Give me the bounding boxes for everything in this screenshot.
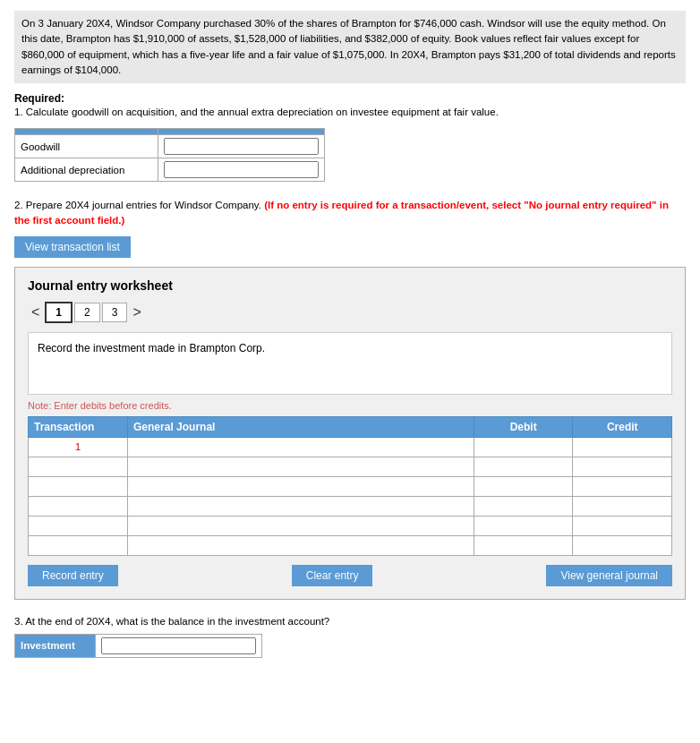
credit-cell[interactable]	[573, 516, 672, 535]
debit-cell[interactable]	[474, 457, 573, 476]
debit-input[interactable]	[478, 500, 569, 511]
transaction-description: Record the investment made in Brampton C…	[28, 332, 672, 395]
goodwill-input-cell[interactable]	[158, 135, 325, 158]
note-text: Note: Enter debits before credits.	[28, 400, 672, 411]
investment-table: Investment	[14, 634, 262, 658]
required-text-1: 1. Calculate goodwill on acquisition, an…	[14, 107, 686, 117]
prev-tab-button[interactable]: <	[28, 304, 43, 320]
debit-col-header: Debit	[474, 416, 573, 437]
general-journal-cell[interactable]	[128, 535, 474, 555]
credit-cell[interactable]	[573, 457, 672, 476]
record-entry-button[interactable]: Record entry	[28, 565, 118, 586]
journal-table: Transaction General Journal Debit Credit…	[28, 416, 672, 556]
transaction-number-cell	[29, 476, 128, 496]
investment-value-cell[interactable]	[96, 634, 262, 657]
view-general-journal-button[interactable]: View general journal	[546, 565, 672, 586]
credit-input[interactable]	[576, 461, 668, 472]
debit-input[interactable]	[478, 461, 569, 472]
debit-input[interactable]	[478, 481, 569, 491]
section2-text: 2. Prepare 20X4 journal entries for Wind…	[14, 198, 686, 229]
debit-input[interactable]	[478, 520, 569, 531]
general-journal-input[interactable]	[132, 520, 470, 531]
required-label: Required:	[14, 92, 686, 105]
credit-col-header: Credit	[573, 416, 672, 437]
general-journal-input[interactable]	[132, 441, 470, 452]
next-tab-button[interactable]: >	[129, 304, 144, 320]
general-journal-col-header: General Journal	[128, 416, 474, 437]
investment-row: Investment	[15, 634, 262, 657]
credit-cell[interactable]	[573, 535, 672, 555]
transaction-number-cell	[29, 535, 128, 555]
credit-input[interactable]	[576, 441, 668, 452]
tab-3-button[interactable]: 3	[102, 303, 128, 322]
transaction-number-cell	[29, 516, 128, 535]
general-journal-cell[interactable]	[128, 437, 474, 457]
table1-col2-header	[158, 129, 325, 135]
additional-depreciation-label: Additional depreciation	[15, 158, 158, 182]
transaction-number-cell: 1	[29, 437, 128, 457]
general-journal-cell[interactable]	[128, 496, 474, 516]
debit-cell[interactable]	[474, 476, 573, 496]
debit-input[interactable]	[478, 540, 569, 551]
additional-depreciation-input[interactable]	[164, 161, 319, 178]
journal-table-row: 1	[29, 437, 672, 457]
journal-button-row: Record entry Clear entry View general jo…	[28, 565, 672, 586]
credit-input[interactable]	[576, 540, 668, 551]
journal-table-row	[29, 496, 672, 516]
problem-intro: On 3 January 20X4, Windsor Company purch…	[14, 11, 686, 83]
goodwill-input[interactable]	[164, 138, 319, 155]
general-journal-input[interactable]	[132, 500, 470, 511]
clear-entry-button[interactable]: Clear entry	[292, 565, 373, 586]
credit-cell[interactable]	[573, 476, 672, 496]
journal-table-row	[29, 516, 672, 535]
investment-input[interactable]	[101, 637, 256, 654]
journal-entry-worksheet: Journal entry worksheet < 1 2 3 > Record…	[14, 267, 686, 600]
section3-text: 3. At the end of 20X4, what is the balan…	[14, 616, 686, 627]
journal-table-row	[29, 457, 672, 476]
worksheet-title: Journal entry worksheet	[28, 278, 672, 293]
journal-table-row	[29, 535, 672, 555]
general-journal-cell[interactable]	[128, 476, 474, 496]
tab-1-button[interactable]: 1	[45, 302, 73, 323]
view-transaction-list-button[interactable]: View transaction list	[14, 236, 131, 258]
goodwill-label: Goodwill	[15, 135, 158, 158]
credit-input[interactable]	[576, 520, 668, 531]
additional-depreciation-input-cell[interactable]	[158, 158, 325, 182]
debit-input[interactable]	[478, 441, 569, 452]
general-journal-input[interactable]	[132, 461, 470, 472]
investment-label: Investment	[15, 634, 96, 657]
debit-cell[interactable]	[474, 516, 573, 535]
general-journal-input[interactable]	[132, 540, 470, 551]
credit-cell[interactable]	[573, 437, 672, 457]
journal-table-row	[29, 476, 672, 496]
goodwill-table: Goodwill Additional depreciation	[14, 128, 325, 182]
general-journal-input[interactable]	[132, 481, 470, 491]
transaction-number-cell	[29, 457, 128, 476]
journal-table-header-row: Transaction General Journal Debit Credit	[29, 416, 672, 437]
tab-2-button[interactable]: 2	[74, 303, 100, 322]
credit-input[interactable]	[576, 481, 668, 491]
debit-cell[interactable]	[474, 496, 573, 516]
tab-navigation: < 1 2 3 >	[28, 302, 672, 323]
general-journal-cell[interactable]	[128, 516, 474, 535]
table1-col1-header	[15, 129, 158, 135]
general-journal-cell[interactable]	[128, 457, 474, 476]
table-row: Goodwill	[15, 135, 325, 158]
debit-cell[interactable]	[474, 535, 573, 555]
credit-input[interactable]	[576, 500, 668, 511]
table-row: Additional depreciation	[15, 158, 325, 182]
credit-cell[interactable]	[573, 496, 672, 516]
transaction-col-header: Transaction	[29, 416, 128, 437]
debit-cell[interactable]	[474, 437, 573, 457]
transaction-number-cell	[29, 496, 128, 516]
